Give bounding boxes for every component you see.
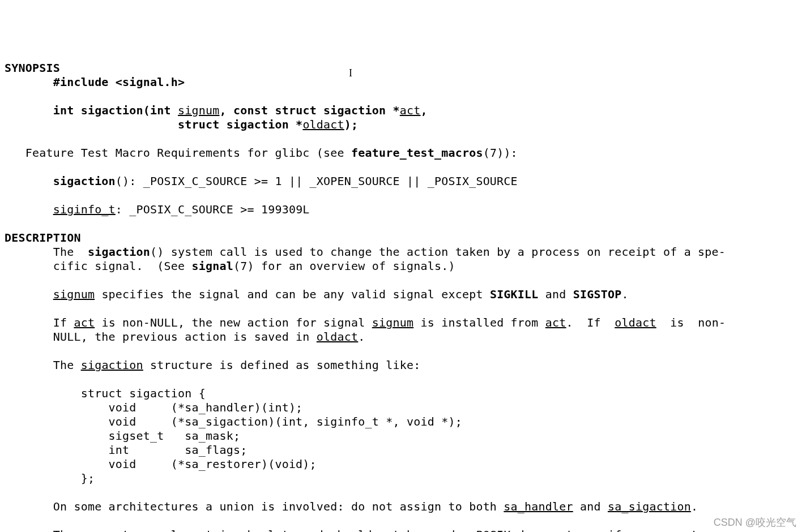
ftm-line-pre: Feature Test Macro Requirements for glib… <box>5 146 351 160</box>
decl-after-signum: , const struct sigaction * <box>220 104 400 117</box>
desc-p3-a: If <box>53 316 74 329</box>
struct-l1: struct sigaction { <box>53 387 206 400</box>
decl-after-act: , <box>421 104 428 117</box>
desc-p1-c: cific signal. (See <box>53 259 192 273</box>
desc-p3-e: is non- <box>656 316 726 329</box>
struct-l3: void (*sa_sigaction)(int, siginfo_t *, v… <box>53 415 462 428</box>
arg-oldact: oldact <box>302 118 344 131</box>
desc-p2-signum: signum <box>53 288 95 301</box>
desc-p1-d: (7) for an overview of signals.) <box>233 259 455 273</box>
desc-p6-sar2: sa_restorer <box>649 528 726 532</box>
desc-p3-act2: act <box>545 316 566 329</box>
struct-l7: }; <box>53 471 95 485</box>
desc-p5-sah: sa_handler <box>504 500 573 513</box>
arg-signum: signum <box>178 104 219 117</box>
desc-p1-sigref: signal <box>192 259 233 273</box>
desc-p5-end: . <box>691 500 698 513</box>
include-directive: #include <signal.h> <box>53 75 185 89</box>
desc-p2-and: and <box>539 288 573 301</box>
ftm-sigaction-fn: sigaction <box>53 174 116 188</box>
struct-l5: int sa_flags; <box>53 443 248 457</box>
ftm-ref: feature_test_macros <box>351 146 483 160</box>
desc-p1-fn: sigaction <box>88 245 150 259</box>
desc-p6-b: element is obsolete and should not be us… <box>157 528 649 532</box>
desc-p3-f: NULL, the previous action is saved in <box>53 330 317 344</box>
decl-close: ); <box>344 118 358 131</box>
desc-p2-a: specifies the signal and can be any vali… <box>95 288 490 301</box>
arg-act: act <box>400 104 421 117</box>
struct-l4: sigset_t sa_mask; <box>53 429 241 443</box>
desc-p2-end: . <box>621 288 628 301</box>
description-heading: DESCRIPTION <box>5 231 81 244</box>
desc-p3-g: . <box>358 330 365 344</box>
desc-p5-sas: sa_sigaction <box>608 500 691 513</box>
desc-p3-d: . If <box>566 316 615 329</box>
desc-p3-oldact2: oldact <box>317 330 358 344</box>
synopsis-heading: SYNOPSIS <box>5 61 60 75</box>
desc-p3-c: is installed from <box>413 316 545 329</box>
decl-open: (int <box>143 104 178 117</box>
decl-line2-prefix: struct sigaction * <box>53 118 303 131</box>
desc-p1-a: The <box>53 245 88 259</box>
decl-int: int <box>53 104 81 117</box>
desc-p2-sigkill: SIGKILL <box>490 288 539 301</box>
desc-p6-sar: sa_restorer <box>81 528 157 532</box>
decl-fn: sigaction <box>81 104 143 117</box>
desc-p6-a: The <box>53 528 81 532</box>
ftm-sigaction-cond: (): _POSIX_C_SOURCE >= 1 || _XOPEN_SOURC… <box>116 174 518 188</box>
struct-l6: void (*sa_restorer)(void); <box>53 457 317 471</box>
ftm-suffix: (7)): <box>483 146 518 160</box>
desc-p5-a: On some architectures a union is involve… <box>53 500 504 513</box>
desc-p3-b: is non-NULL, the new action for signal <box>95 316 372 329</box>
desc-p1-b: () system call is used to change the act… <box>150 245 726 259</box>
desc-p3-signum: signum <box>372 316 413 329</box>
desc-p3-oldact: oldact <box>615 316 656 329</box>
desc-p3-act: act <box>74 316 95 329</box>
struct-l2: void (*sa_handler)(int); <box>53 401 303 414</box>
desc-p4-a: The <box>53 358 81 372</box>
desc-p4-sigaction: sigaction <box>81 358 143 372</box>
watermark: CSDN @咬光空气 <box>714 516 796 529</box>
ftm-siginfo-t: siginfo_t <box>53 203 116 216</box>
desc-p5-and: and <box>573 500 608 513</box>
desc-p2-sigstop: SIGSTOP <box>573 288 622 301</box>
desc-p4-b: structure is defined as something like: <box>143 358 421 372</box>
ftm-siginfo-cond: : _POSIX_C_SOURCE >= 199309L <box>116 203 310 216</box>
text-cursor: I <box>349 67 352 80</box>
